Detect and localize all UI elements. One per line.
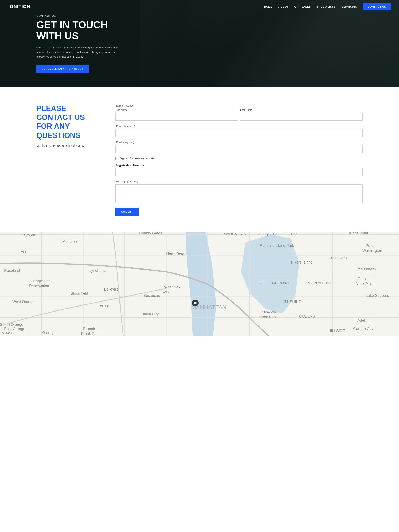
- map-section: North Caldwell Little Falls West Caldwel…: [0, 232, 399, 336]
- newsletter-checkbox[interactable]: [115, 157, 118, 160]
- nav-specialists[interactable]: SPECIALISTS: [317, 5, 336, 8]
- email-input[interactable]: [115, 145, 363, 153]
- phone-group: Phone(required): [115, 124, 363, 137]
- name-label: Name(required): [115, 104, 363, 107]
- svg-text:Rikers Island: Rikers Island: [291, 260, 313, 264]
- hero-label: CONTACT US: [36, 14, 120, 18]
- phone-input[interactable]: [115, 129, 363, 137]
- email-group: Email(required): [115, 140, 363, 153]
- message-group: Message(required): [115, 180, 363, 204]
- registration-input[interactable]: [115, 168, 363, 176]
- registration-group: Registration Number: [115, 164, 363, 176]
- svg-text:Bloomfield: Bloomfield: [71, 291, 88, 296]
- contact-form-element: Name(required) First Name Last Name Ph: [115, 104, 363, 216]
- svg-text:MURRAY HILL: MURRAY HILL: [308, 281, 332, 285]
- svg-text:QUEENS: QUEENS: [299, 314, 315, 318]
- svg-text:Roseland: Roseland: [4, 268, 20, 273]
- first-name-input[interactable]: [115, 113, 238, 120]
- contact-info: PLEASE CONTACT US FOR ANY QUESTIONS Manh…: [36, 104, 99, 147]
- hero-description: Our garage has been dedicated to deliver…: [36, 45, 120, 59]
- contact-address: Manhattan, NY 10036, United States: [36, 144, 99, 147]
- contact-heading: PLEASE CONTACT US FOR ANY QUESTIONS: [36, 104, 99, 140]
- name-field-group: Name(required) First Name Last Name: [115, 104, 363, 120]
- newsletter-row: Sign up for news and updates: [115, 157, 363, 160]
- submit-button[interactable]: SUBMIT: [115, 208, 139, 216]
- svg-text:Lyndhurst: Lyndhurst: [89, 268, 106, 273]
- name-row: First Name Last Name: [115, 108, 363, 120]
- last-name-input[interactable]: [240, 113, 363, 120]
- svg-text:Meadow-: Meadow-: [262, 310, 277, 314]
- first-name-label: First Name: [115, 108, 238, 111]
- svg-text:West Orange: West Orange: [13, 300, 34, 304]
- nav-car-sales[interactable]: CAR SALES: [294, 5, 311, 8]
- svg-text:Eagle Rock: Eagle Rock: [33, 279, 53, 283]
- schedule-appointment-button[interactable]: SCHEDULE AN APPOINTMENT: [36, 65, 89, 73]
- last-name-label: Last Name: [240, 108, 363, 111]
- contact-section: PLEASE CONTACT US FOR ANY QUESTIONS Manh…: [0, 87, 399, 232]
- navigation: IGNITION HOME ABOUT CAR SALES SPECIALIST…: [0, 0, 399, 13]
- svg-text:Verona: Verona: [21, 250, 33, 254]
- svg-text:Neck Plaza: Neck Plaza: [356, 282, 375, 286]
- svg-text:Reservation: Reservation: [29, 284, 49, 288]
- nav-links: HOME ABOUT CAR SALES SPECIALISTS SERVICI…: [264, 5, 391, 8]
- message-textarea[interactable]: [115, 184, 363, 203]
- svg-text:West New: West New: [164, 285, 181, 289]
- svg-text:York: York: [162, 290, 170, 294]
- svg-text:Park: Park: [291, 232, 299, 236]
- svg-text:Lake Success: Lake Success: [366, 293, 389, 298]
- newsletter-label[interactable]: Sign up for news and updates: [120, 157, 156, 160]
- map-background: North Caldwell Little Falls West Caldwel…: [0, 232, 399, 336]
- svg-text:Country Club: Country Club: [256, 232, 278, 236]
- svg-text:Secaucus: Secaucus: [143, 293, 160, 298]
- registration-label: Registration Number: [115, 164, 363, 167]
- svg-text:HILLSIDE: HILLSIDE: [328, 329, 345, 333]
- svg-text:brook Park: brook Park: [259, 315, 277, 319]
- nav-home[interactable]: HOME: [264, 5, 273, 8]
- nav-about[interactable]: ABOUT: [279, 5, 289, 8]
- svg-text:Union City: Union City: [141, 312, 158, 316]
- map-svg: North Caldwell Little Falls West Caldwel…: [0, 232, 399, 336]
- map-attribution: © Google: [2, 332, 12, 334]
- svg-text:MANHATTAN: MANHATTAN: [224, 232, 246, 236]
- svg-text:North Bergen: North Bergen: [166, 252, 189, 256]
- svg-point-123: [194, 302, 196, 304]
- hero-content: CONTACT US GET IN TOUCH WITH US Our gara…: [36, 14, 120, 73]
- svg-text:Kearny: Kearny: [42, 331, 53, 335]
- svg-text:East Orange: East Orange: [4, 327, 25, 331]
- first-name-group: First Name: [115, 108, 238, 120]
- svg-text:Adel: Adel: [357, 318, 365, 323]
- svg-text:Belleville: Belleville: [104, 287, 119, 291]
- message-label: Message(required): [115, 180, 363, 183]
- svg-text:Kings Point: Kings Point: [349, 232, 368, 235]
- svg-text:Montclair: Montclair: [62, 239, 77, 244]
- svg-text:Randalls Island Park: Randalls Island Park: [260, 244, 294, 248]
- svg-text:County Gates: County Gates: [139, 232, 162, 235]
- logo[interactable]: IGNITION: [8, 4, 30, 9]
- svg-text:FLUSHING: FLUSHING: [283, 300, 302, 304]
- svg-text:Washington: Washington: [362, 248, 382, 253]
- svg-text:Arlington: Arlington: [100, 304, 114, 308]
- svg-text:Manhasset: Manhasset: [357, 266, 376, 271]
- svg-text:Brook Park: Brook Park: [81, 332, 100, 336]
- email-label: Email(required): [115, 140, 363, 144]
- contact-form: Name(required) First Name Last Name Ph: [115, 104, 363, 216]
- svg-text:COLLEGE POINT: COLLEGE POINT: [260, 281, 290, 285]
- svg-text:Branch: Branch: [83, 327, 95, 331]
- svg-text:Great: Great: [357, 277, 367, 281]
- nav-servicing[interactable]: SERVICING: [342, 5, 357, 8]
- svg-text:Port: Port: [366, 244, 373, 248]
- svg-text:Great Neck: Great Neck: [328, 256, 348, 260]
- nav-contact-button[interactable]: CONTACT US: [363, 3, 391, 10]
- phone-label: Phone(required): [115, 124, 363, 128]
- svg-text:Caldwell: Caldwell: [21, 233, 35, 237]
- last-name-group: Last Name: [240, 108, 363, 120]
- svg-text:South Orange: South Orange: [0, 323, 23, 327]
- hero-title: GET IN TOUCH WITH US: [36, 19, 120, 42]
- svg-text:Garden City: Garden City: [353, 327, 373, 331]
